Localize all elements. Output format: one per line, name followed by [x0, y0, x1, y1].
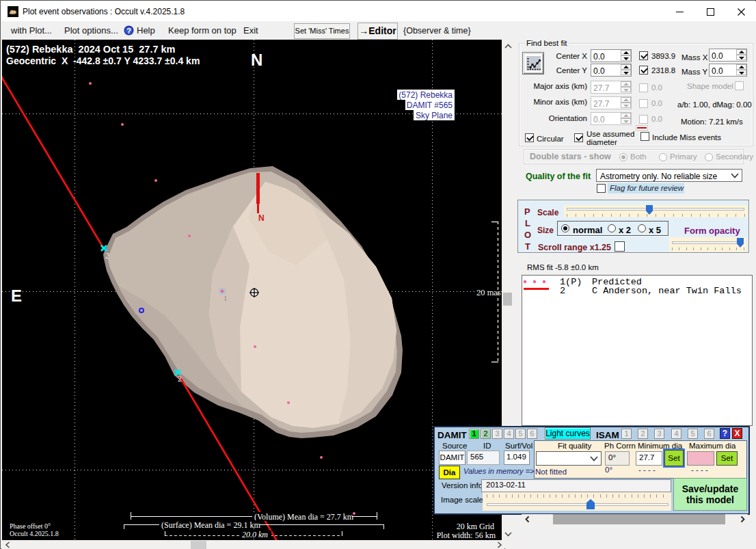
- svg-text:Plot width: 56 km: Plot width: 56 km: [437, 531, 496, 540]
- svg-text:Occult 4.2025.1.8: Occult 4.2025.1.8: [10, 530, 59, 537]
- svg-text:(Surface) Mean dia = 29.1 km: (Surface) Mean dia = 29.1 km: [161, 520, 260, 530]
- svg-text:Geocentric X -442.8 ±0.7 Y 4: Geocentric X -442.8 ±0.7 Y 4233.7 ±0.4 k…: [6, 55, 200, 66]
- svg-text:20 km Grid: 20 km Grid: [457, 522, 494, 531]
- svg-text:N: N: [258, 213, 265, 223]
- svg-text:2: 2: [105, 251, 109, 260]
- svg-text:E: E: [11, 286, 22, 305]
- svg-text:20 mas: 20 mas: [476, 288, 501, 297]
- svg-text:1: 1: [224, 294, 228, 302]
- svg-text:(572) Rebekka 2024 Oct 15 27: (572) Rebekka 2024 Oct 15 27.7 km: [6, 44, 175, 55]
- svg-text:(572) Rebekka: (572) Rebekka: [399, 90, 453, 100]
- svg-text:20.0 km: 20.0 km: [242, 530, 268, 539]
- svg-text:?: ?: [126, 27, 131, 35]
- svg-text:DAMIT #565: DAMIT #565: [407, 101, 453, 110]
- svg-text:Phase offset 0°: Phase offset 0°: [10, 522, 51, 530]
- svg-text:2: 2: [178, 374, 182, 384]
- svg-text:(Volume) Mean dia = 27.7 km: (Volume) Mean dia = 27.7 km: [254, 512, 354, 522]
- svg-text:N: N: [251, 51, 262, 69]
- svg-text:Sky Plane: Sky Plane: [416, 111, 453, 120]
